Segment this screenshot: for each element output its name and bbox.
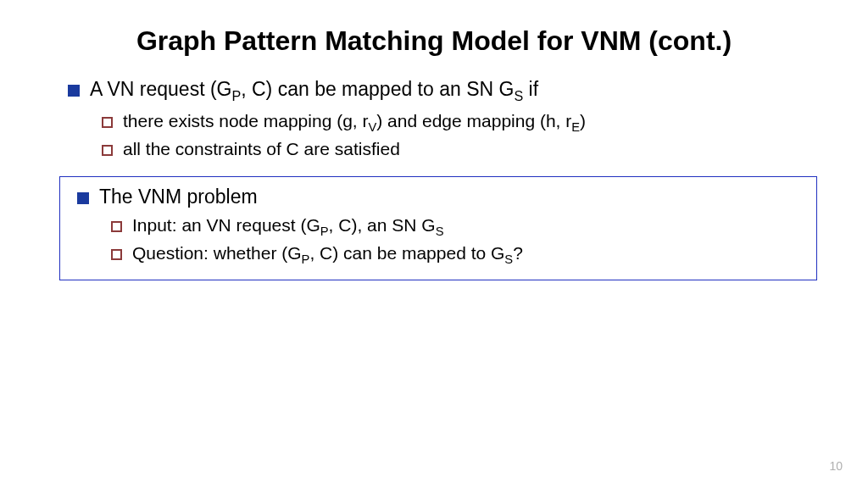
bullet-1-text: A VN request (GP, C) can be mapped to an… bbox=[90, 78, 538, 104]
filled-square-bullet-icon bbox=[77, 192, 89, 204]
sub-bullet-2-2-text: Question: whether (GP, C) can be mapped … bbox=[132, 243, 523, 266]
bullet-1: A VN request (GP, C) can be mapped to an… bbox=[68, 78, 809, 104]
bullet-2-text: The VNM problem bbox=[99, 186, 258, 208]
hollow-square-bullet-icon bbox=[111, 249, 122, 260]
sub-bullet-1-1: there exists node mapping (g, rV) and ed… bbox=[102, 111, 809, 134]
slide-content: A VN request (GP, C) can be mapped to an… bbox=[42, 78, 826, 280]
sub-bullet-1-2: all the constraints of C are satisfied bbox=[102, 139, 809, 159]
sub-bullet-1-2-text: all the constraints of C are satisfied bbox=[123, 139, 400, 159]
sub-bullet-2-2: Question: whether (GP, C) can be mapped … bbox=[111, 243, 808, 266]
page-number: 10 bbox=[829, 459, 843, 473]
filled-square-bullet-icon bbox=[68, 85, 80, 97]
hollow-square-bullet-icon bbox=[102, 145, 113, 156]
sub-bullet-1-1-text: there exists node mapping (g, rV) and ed… bbox=[123, 111, 586, 134]
slide-title: Graph Pattern Matching Model for VNM (co… bbox=[42, 25, 826, 57]
sub-bullet-2-1: Input: an VN request (GP, C), an SN GS bbox=[111, 215, 808, 238]
sub-bullet-2-1-text: Input: an VN request (GP, C), an SN GS bbox=[132, 215, 443, 238]
bullet-2: The VNM problem bbox=[77, 186, 808, 208]
hollow-square-bullet-icon bbox=[111, 221, 122, 232]
boxed-section: The VNM problem Input: an VN request (GP… bbox=[59, 176, 817, 280]
hollow-square-bullet-icon bbox=[102, 117, 113, 128]
